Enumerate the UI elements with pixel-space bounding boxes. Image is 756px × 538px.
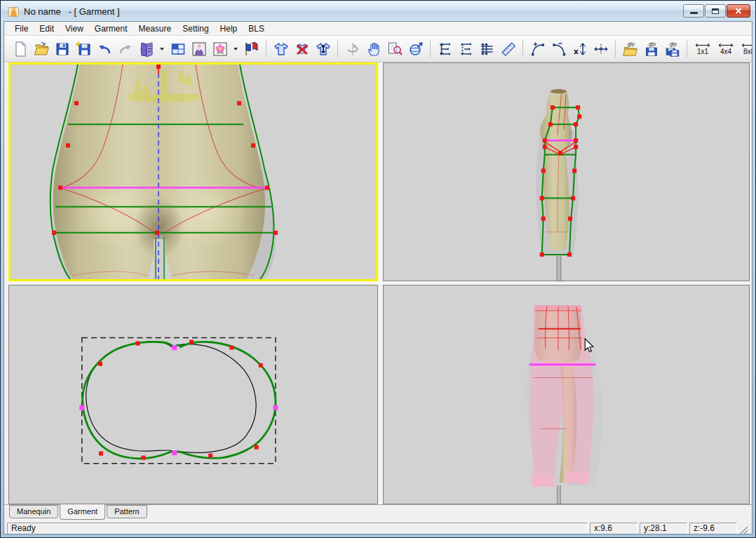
move-point-horizontal-icon bbox=[593, 41, 609, 58]
new-file-button[interactable] bbox=[11, 39, 29, 58]
menu-edit[interactable]: Edit bbox=[34, 22, 60, 35]
menu-setting[interactable]: Setting bbox=[177, 22, 214, 35]
resize-garment-button[interactable] bbox=[313, 39, 332, 58]
front-view-canvas bbox=[11, 65, 376, 279]
close-icon bbox=[735, 8, 742, 14]
save-as-button[interactable] bbox=[74, 39, 93, 58]
move-point-vertical-button[interactable] bbox=[570, 39, 589, 58]
pan-view-button[interactable] bbox=[364, 39, 383, 58]
toolbar-separator bbox=[266, 40, 266, 58]
maximize-button[interactable] bbox=[705, 4, 726, 18]
pan-view-icon bbox=[365, 41, 382, 58]
measure-girth-button[interactable] bbox=[478, 39, 497, 58]
menu-bls[interactable]: BLS bbox=[243, 22, 270, 35]
maximize-icon bbox=[712, 8, 719, 14]
measure-ruler-icon bbox=[500, 41, 517, 58]
viewport-front-active[interactable] bbox=[8, 62, 378, 281]
status-y-coordinate: y:28.1 bbox=[640, 523, 687, 534]
measure-ruler-button[interactable] bbox=[499, 39, 518, 58]
save-as-icon bbox=[75, 41, 92, 58]
view-4x4-button[interactable]: 4x4 bbox=[715, 39, 736, 58]
chevron-down-icon bbox=[233, 47, 238, 51]
texture-flower-dropdown-button[interactable] bbox=[231, 39, 240, 58]
close-button[interactable] bbox=[727, 4, 750, 18]
redo-button[interactable] bbox=[116, 39, 135, 58]
viewport-side[interactable] bbox=[383, 62, 750, 281]
view-1x1-button[interactable]: 1x1 bbox=[692, 39, 713, 58]
view-8x8-button[interactable]: 8x8 bbox=[738, 39, 752, 58]
svg-text:.gtp: .gtp bbox=[626, 41, 635, 47]
save-gtp-button[interactable]: .gtp bbox=[642, 39, 661, 58]
texture-flower-button[interactable] bbox=[210, 39, 229, 58]
save-as-gtp-icon: .gtp bbox=[664, 41, 681, 58]
window-controls bbox=[683, 4, 750, 18]
tab-garment-label: Garment bbox=[67, 507, 97, 516]
viewport-cross-section[interactable] bbox=[8, 285, 378, 504]
mannequin-photo-icon bbox=[191, 41, 208, 58]
delete-garment-button[interactable] bbox=[292, 39, 311, 58]
perspective-view-canvas bbox=[384, 285, 749, 504]
status-message: Ready bbox=[7, 523, 588, 534]
save-file-icon bbox=[54, 41, 71, 58]
view-1x1-label: 1x1 bbox=[697, 48, 708, 55]
open-gtp-button[interactable]: .gtp bbox=[621, 39, 640, 58]
tab-pattern-label: Pattern bbox=[114, 507, 139, 516]
menu-view[interactable]: View bbox=[60, 22, 89, 35]
move-point-horizontal-button[interactable] bbox=[591, 39, 610, 58]
measure-length-button[interactable] bbox=[436, 39, 454, 58]
viewport-layout-button[interactable] bbox=[168, 39, 187, 58]
save-file-button[interactable] bbox=[53, 39, 72, 58]
open-file-button[interactable] bbox=[32, 39, 50, 58]
pattern-book-icon bbox=[138, 41, 155, 58]
view-4x4-label: 4x4 bbox=[720, 48, 731, 55]
app-window: No name - [ Garment ] File Edit View Gar… bbox=[0, 0, 756, 538]
menu-garment[interactable]: Garment bbox=[89, 22, 133, 35]
toolbar-separator bbox=[522, 40, 523, 58]
side-view-canvas bbox=[384, 63, 749, 281]
texture-flower-icon bbox=[212, 41, 229, 58]
toolbar: .gtp .gtp .gtp bbox=[4, 36, 752, 62]
flag-button[interactable] bbox=[242, 39, 261, 58]
undo-icon bbox=[96, 41, 113, 58]
title-bar[interactable]: No name - [ Garment ] bbox=[1, 1, 755, 21]
menu-help[interactable]: Help bbox=[215, 22, 243, 35]
toolbar-separator bbox=[430, 40, 431, 58]
resize-grip[interactable] bbox=[739, 525, 749, 534]
measure-segment-button[interactable] bbox=[457, 39, 475, 58]
tab-pattern[interactable]: Pattern bbox=[107, 505, 147, 518]
undo-button[interactable] bbox=[95, 39, 114, 58]
new-file-icon bbox=[12, 41, 29, 58]
garment-button[interactable] bbox=[271, 39, 290, 58]
zoom-view-button[interactable] bbox=[385, 39, 404, 58]
toolbar-separator bbox=[615, 40, 616, 58]
menu-file[interactable]: File bbox=[9, 22, 34, 35]
remove-curve-point-button[interactable] bbox=[549, 39, 568, 58]
viewport-perspective[interactable] bbox=[383, 285, 750, 504]
status-z-coordinate: z:-9.6 bbox=[689, 523, 737, 534]
status-bar: Ready x:9.6 y:28.1 z:-9.6 bbox=[4, 520, 752, 534]
orbit-view-button[interactable] bbox=[406, 39, 425, 58]
measure-length-icon bbox=[437, 41, 454, 58]
tab-manequin[interactable]: Manequin bbox=[9, 505, 58, 518]
tab-garment[interactable]: Garment bbox=[60, 504, 105, 520]
minimize-button[interactable] bbox=[683, 4, 704, 18]
pattern-book-button[interactable] bbox=[137, 39, 156, 58]
remove-curve-point-icon bbox=[551, 41, 567, 58]
cross-section-canvas bbox=[9, 285, 377, 504]
menu-bar: File Edit View Garment Measure Setting H… bbox=[4, 22, 752, 36]
flag-icon bbox=[243, 41, 260, 58]
view-8x8-label: 8x8 bbox=[743, 48, 752, 55]
delete-garment-icon bbox=[294, 41, 311, 58]
pattern-book-dropdown-button[interactable] bbox=[158, 39, 166, 58]
garment-icon bbox=[273, 41, 290, 58]
add-curve-point-button[interactable] bbox=[528, 39, 547, 58]
menu-measure[interactable]: Measure bbox=[133, 22, 177, 35]
horizontal-arrow-icon bbox=[695, 43, 710, 48]
svg-text:.gtp: .gtp bbox=[647, 41, 656, 47]
open-file-icon bbox=[33, 41, 50, 58]
add-curve-point-icon bbox=[529, 41, 546, 58]
mannequin-photo-button[interactable] bbox=[189, 39, 208, 58]
rotate-view-button[interactable] bbox=[343, 39, 362, 58]
measure-segment-icon bbox=[458, 41, 475, 58]
save-as-gtp-button[interactable]: .gtp bbox=[663, 39, 682, 58]
